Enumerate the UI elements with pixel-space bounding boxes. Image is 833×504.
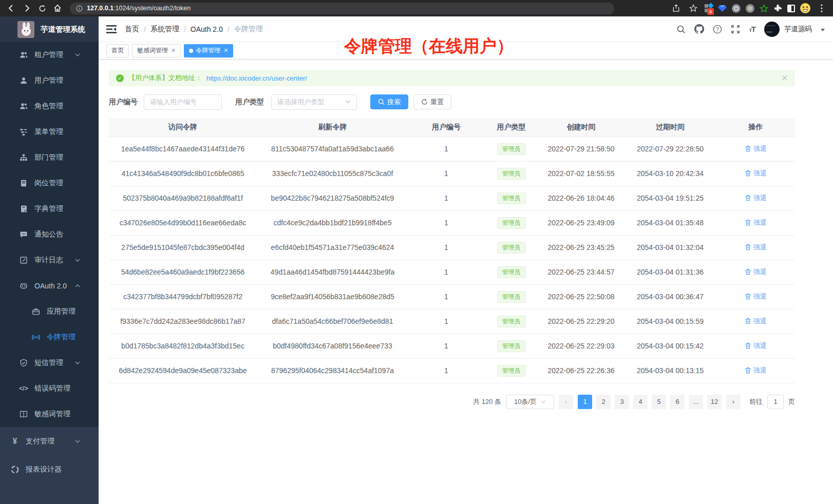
fullscreen-icon[interactable]: [731, 25, 740, 34]
tab-label: 敏感词管理: [137, 46, 168, 55]
force-logout-button[interactable]: 强退: [745, 193, 767, 203]
search-button[interactable]: 搜索: [370, 94, 408, 109]
page-button-1[interactable]: 1: [578, 395, 592, 409]
reset-button[interactable]: 重置: [413, 94, 451, 109]
tab-close-icon[interactable]: ✕: [223, 47, 228, 54]
extension-command-icon[interactable]: [732, 4, 741, 13]
breadcrumb-item[interactable]: 首页: [125, 25, 139, 34]
user-avatar[interactable]: [764, 22, 780, 37]
alert-close-icon[interactable]: ✕: [781, 73, 788, 83]
browser-forward-icon[interactable]: [21, 2, 33, 14]
expire-time-cell: 2054-03-04 01:35:48: [624, 210, 716, 235]
browser-home-icon[interactable]: [51, 2, 64, 14]
org-icon: [20, 153, 28, 162]
sidebar-item-audit-log[interactable]: 审计日志: [0, 247, 99, 273]
help-icon[interactable]: ?: [713, 25, 722, 34]
total-count: 共 120 条: [473, 397, 501, 406]
access-token-cell: c342377bf8b344799dcbf7bf095287f2: [109, 284, 257, 309]
sidebar-item-post[interactable]: 岗位管理: [0, 170, 99, 196]
force-logout-button[interactable]: 强退: [745, 341, 767, 351]
tag-view-sensitive-word[interactable]: 敏感词管理✕: [132, 44, 181, 57]
browser-back-icon[interactable]: [5, 2, 17, 14]
sidebar-item-label: 用户管理: [34, 76, 63, 85]
sidebar-item-notice[interactable]: 通知公告: [0, 222, 99, 247]
next-page-button[interactable]: ›: [726, 395, 741, 409]
page-button-12[interactable]: 12: [707, 395, 722, 409]
sidebar-item-user[interactable]: 用户管理: [0, 68, 99, 93]
share-icon[interactable]: [670, 2, 682, 14]
username: 芋道源码: [784, 25, 812, 34]
sidebar-item-sms[interactable]: 短信管理: [0, 350, 99, 376]
sidebar-item-menu[interactable]: 菜单管理: [0, 119, 99, 145]
sidebar-item-dept[interactable]: 部门管理: [0, 145, 99, 170]
app-logo[interactable]: 芋道管理系统: [0, 16, 99, 42]
profile-emoji-icon[interactable]: [800, 3, 810, 13]
force-logout-button[interactable]: 强退: [745, 169, 767, 178]
tag-view-token[interactable]: 令牌管理✕: [184, 44, 233, 57]
app-title: 芋道管理系统: [41, 25, 85, 34]
tag-view-home[interactable]: 首页: [106, 44, 129, 57]
extension-puzzle-icon[interactable]: [773, 4, 782, 13]
user-type-cell: 管理员: [484, 210, 538, 235]
sidebar-item-dict[interactable]: 字典管理: [0, 196, 99, 222]
force-logout-button[interactable]: 强退: [745, 267, 767, 277]
user-dropdown-caret-icon[interactable]: [821, 29, 825, 31]
alert-doc-link[interactable]: https://doc.iocoder.cn/user-center/: [206, 74, 307, 82]
font-size-icon[interactable]: тT: [749, 25, 755, 33]
bookmark-star-icon[interactable]: [687, 2, 699, 14]
sidebar-item-error-code[interactable]: </>错误码管理: [0, 376, 99, 401]
force-logout-button[interactable]: 强退: [745, 218, 767, 227]
side-panel-icon[interactable]: [787, 5, 795, 12]
breadcrumb-item[interactable]: OAuth 2.0: [191, 25, 223, 33]
page-button-2[interactable]: 2: [596, 395, 611, 409]
page-button-3[interactable]: 3: [615, 395, 629, 409]
force-logout-label: 强退: [753, 267, 767, 277]
user-type-select[interactable]: 请选择用户类型: [271, 94, 357, 110]
refresh-token-cell: cdfc4ce9c2da4bb1bdf21b9918ff4be5: [257, 210, 408, 235]
action-cell: 强退: [716, 186, 795, 210]
extension-grid-icon[interactable]: 9: [705, 4, 713, 12]
sidebar-item-oauth2[interactable]: OAuth 2.0: [0, 273, 99, 299]
prev-page-button[interactable]: ‹: [559, 395, 573, 409]
breadcrumb-item[interactable]: 系统管理: [150, 25, 179, 34]
svg-text:?: ?: [716, 26, 720, 32]
user-id-cell: 1: [408, 284, 484, 309]
user-type-cell: 管理员: [484, 137, 538, 161]
goto-page-input[interactable]: [767, 395, 784, 409]
access-token-cell: 275e5de9151045fe87cbdc395e004f4d: [109, 235, 257, 260]
sidebar-item-role[interactable]: 角色管理: [0, 93, 99, 119]
page-size-select[interactable]: 10条/页: [506, 395, 554, 409]
address-bar[interactable]: 127.0.0.1:1024/system/oauth2/token: [70, 3, 614, 14]
site-info-icon[interactable]: [76, 5, 83, 12]
force-logout-button[interactable]: 强退: [745, 292, 767, 301]
force-logout-button[interactable]: 强退: [745, 366, 767, 375]
sidebar-item-report-designer[interactable]: 报表设计器: [0, 455, 99, 483]
sidebar-item-pay[interactable]: ¥支付管理: [0, 427, 99, 455]
sidebar-item-oauth2-token[interactable]: 令牌管理: [0, 324, 99, 350]
expire-time-cell: 2054-03-04 00:15:59: [624, 309, 716, 334]
browser-menu-icon[interactable]: [816, 2, 828, 14]
page-button-5[interactable]: 5: [652, 395, 666, 409]
extension-gem-icon[interactable]: [718, 5, 727, 12]
extension-record-icon[interactable]: [746, 4, 754, 13]
header-search-icon[interactable]: [676, 25, 686, 34]
force-logout-button[interactable]: 强退: [745, 317, 767, 326]
force-logout-button[interactable]: 强退: [745, 243, 767, 252]
sidebar-item-tenant[interactable]: 租户管理: [0, 42, 99, 68]
page-button-4[interactable]: 4: [633, 395, 648, 409]
refresh-token-cell: b0df4980ffd34c67a08f9156e4eee733: [257, 334, 408, 358]
sidebar-item-sensitive-word[interactable]: 敏感词管理: [0, 401, 99, 427]
browser-reload-icon[interactable]: [36, 2, 48, 14]
force-logout-button[interactable]: 强退: [745, 144, 767, 153]
sidebar-item-oauth2-app[interactable]: 应用管理: [0, 299, 99, 324]
sidebar-item-label: 租户管理: [34, 50, 63, 60]
sidebar-fold-icon[interactable]: [106, 24, 117, 34]
column-header: 刷新令牌: [257, 118, 408, 137]
extension-evernote-star-icon[interactable]: [760, 4, 768, 13]
github-icon[interactable]: [694, 24, 704, 34]
tab-close-icon[interactable]: ✕: [171, 47, 176, 54]
force-logout-label: 强退: [753, 243, 767, 252]
user-id-input[interactable]: [144, 94, 222, 110]
page-button-6[interactable]: 6: [670, 395, 685, 409]
page-ellipsis[interactable]: …: [689, 395, 703, 409]
